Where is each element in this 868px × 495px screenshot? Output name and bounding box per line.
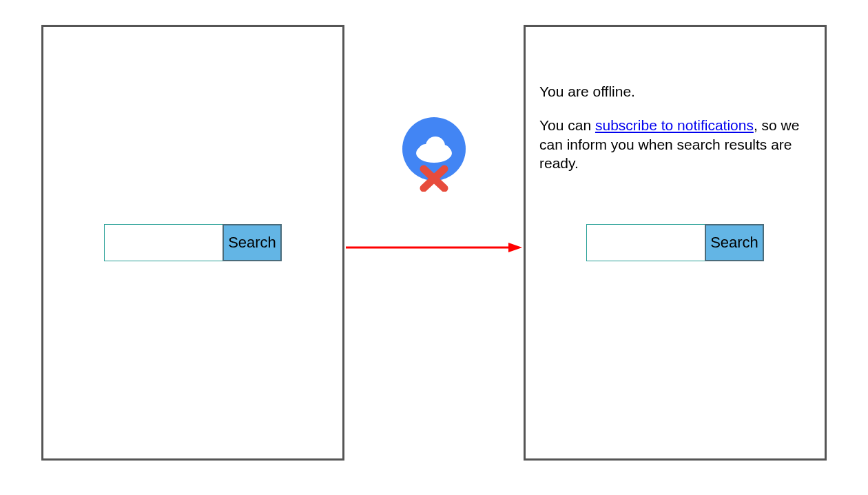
offline-line1: You are offline. [539, 82, 811, 101]
svg-marker-1 [508, 243, 522, 252]
cloud-offline-icon [401, 117, 467, 192]
offline-line2: You can subscribe to notifications, so w… [539, 116, 811, 172]
offline-line2-prefix: You can [539, 117, 595, 133]
subscribe-notifications-link[interactable]: subscribe to notifications [595, 117, 754, 133]
panel-after: You are offline. You can subscribe to no… [524, 25, 827, 461]
search-group-right: Search [586, 224, 764, 261]
arrow-right-icon [346, 243, 522, 252]
offline-message: You are offline. You can subscribe to no… [539, 82, 811, 188]
svg-point-6 [437, 145, 451, 159]
search-group-left: Search [104, 224, 282, 261]
search-input[interactable] [104, 224, 223, 261]
panel-before: Search [41, 25, 344, 461]
search-input[interactable] [586, 224, 705, 261]
search-button[interactable]: Search [705, 224, 764, 261]
search-button[interactable]: Search [223, 224, 282, 261]
